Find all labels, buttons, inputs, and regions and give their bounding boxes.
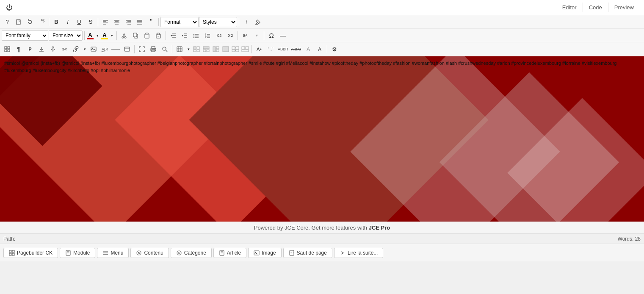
align-right-btn[interactable] (123, 17, 134, 28)
hr-btn[interactable]: — (277, 30, 288, 41)
indent-btn[interactable] (179, 30, 190, 41)
tab-preview[interactable]: Preview (608, 3, 640, 12)
table-op5[interactable] (231, 44, 240, 55)
font-larger-btn[interactable]: A+ (254, 44, 265, 55)
text-color2-btn[interactable]: A (303, 44, 314, 55)
subscript-btn[interactable]: X2 (213, 30, 224, 41)
copy-btn[interactable] (130, 30, 141, 41)
table-op1[interactable] (192, 44, 201, 55)
new-doc-btn[interactable] (13, 17, 24, 28)
saut-btn[interactable]: Saut de page (283, 248, 332, 258)
text-highlight-btn[interactable]: A (101, 32, 108, 39)
download-btn[interactable] (36, 44, 47, 55)
para-visible-btn[interactable]: ¶ (13, 44, 24, 55)
text-color3-btn[interactable]: A (314, 44, 325, 55)
link2-btn[interactable] (70, 44, 81, 55)
text-color-dd-btn[interactable]: ▾ (94, 30, 100, 41)
abbr-btn[interactable]: ABBR (276, 44, 290, 55)
fullscreen-btn[interactable] (136, 44, 147, 55)
image-bottom-btn[interactable]: Image (248, 248, 281, 258)
sep9 (264, 31, 264, 40)
svg-rect-95 (12, 253, 14, 255)
svg-rect-23 (133, 33, 137, 37)
pagebuilder-btn[interactable]: Pagebuilder CK (3, 248, 58, 258)
font-size-dec-btn[interactable]: ▾ (251, 30, 262, 41)
format-select[interactable]: Format Paragraph Heading 1 Heading 2 (160, 17, 199, 27)
table-dd-btn[interactable]: ▾ (185, 44, 191, 55)
tab-code[interactable]: Code (583, 3, 608, 12)
styles-select[interactable]: Styles (199, 17, 237, 27)
sep5 (84, 31, 85, 40)
table-op2[interactable] (202, 44, 211, 55)
hashtags-line1: #smlcol @smlcol (insta+fb) @smlcol (inst… (4, 60, 640, 74)
svg-rect-81 (216, 47, 219, 49)
anchor2-btn[interactable] (47, 44, 58, 55)
p-tag-btn[interactable]: P (25, 44, 36, 55)
svg-point-65 (155, 49, 155, 50)
editor-area[interactable]: #smlcol @smlcol (insta+fb) @smlcol (inst… (0, 56, 644, 222)
svg-rect-80 (213, 47, 216, 52)
svg-point-39 (193, 35, 194, 36)
text-color-btn[interactable]: A (87, 32, 94, 39)
clean-format-btn[interactable] (252, 17, 263, 28)
module-btn[interactable]: Module (60, 248, 95, 258)
table-op4[interactable] (221, 44, 230, 55)
align-center-btn[interactable] (111, 17, 122, 28)
table-op6[interactable] (240, 44, 250, 55)
align-justify-btn[interactable] (134, 17, 145, 28)
bold-btn[interactable]: B (51, 17, 62, 28)
outdent-btn[interactable] (168, 30, 179, 41)
text-highlight-dd-btn[interactable]: ▾ (109, 30, 115, 41)
list-dd-btn[interactable] (191, 30, 202, 41)
table-op3[interactable] (211, 44, 221, 55)
underline-btn[interactable]: U (74, 17, 85, 28)
align-left-btn[interactable] (100, 17, 111, 28)
menu-btn[interactable]: Menu (97, 248, 129, 258)
spellcheck-btn[interactable]: ABC (100, 44, 110, 55)
svg-rect-62 (152, 47, 155, 48)
paste-special-btn[interactable]: + (153, 30, 164, 41)
blockquote-btn[interactable]: " (146, 17, 157, 28)
font-family-select[interactable]: Font family (2, 31, 48, 41)
italic-btn[interactable]: I (62, 17, 73, 28)
help-btn[interactable]: ? (2, 17, 13, 28)
svg-rect-92 (9, 250, 11, 252)
editor-text-content[interactable]: #smlcol @smlcol (insta+fb) @smlcol (inst… (0, 56, 644, 77)
undo-btn[interactable] (25, 17, 36, 28)
settings-btn[interactable]: ⚙ (329, 44, 340, 55)
paste-btn[interactable] (141, 30, 152, 41)
link-dd2-btn[interactable]: ▾ (82, 44, 88, 55)
image2-btn[interactable] (88, 44, 99, 55)
tab-editor[interactable]: Editor (556, 3, 583, 12)
lire-btn[interactable]: Lire la suite... (334, 248, 383, 258)
find-btn[interactable] (159, 44, 170, 55)
toolbar-row-3: ¶ P ✄ ▾ ABC (0, 42, 644, 56)
abc-strikethrough-btn[interactable]: A.B.C (290, 44, 303, 55)
path-label: Path: (3, 236, 15, 242)
power-button[interactable]: ⏻ (4, 3, 14, 13)
cut-btn[interactable] (119, 30, 130, 41)
italic-clean-btn[interactable]: I (241, 17, 252, 28)
words-count: Words: 28 (618, 236, 641, 242)
article-btn[interactable]: Article (213, 248, 246, 258)
svg-rect-50 (8, 47, 10, 49)
svg-rect-78 (203, 50, 206, 52)
redo-btn[interactable] (36, 17, 47, 28)
print-btn[interactable] (148, 44, 159, 55)
quote2-btn[interactable]: ".." (265, 44, 276, 55)
superscript-btn[interactable]: X2 (225, 30, 236, 41)
font-size-inc-btn[interactable]: aA (240, 30, 251, 41)
table-btn[interactable] (174, 44, 185, 55)
show-blocks-btn[interactable] (2, 44, 13, 55)
jce-pro-link[interactable]: JCE Pro (369, 225, 390, 231)
olist-btn[interactable]: 1.2.3. (202, 30, 213, 41)
font-size-select[interactable]: Font size 8pt10pt12pt14pt (49, 31, 83, 41)
contenu-btn[interactable]: N Contenu (130, 248, 169, 258)
strikethrough-btn[interactable]: S (85, 17, 96, 28)
lire-label: Lire la suite... (348, 250, 378, 256)
scissors-btn[interactable]: ✄ (59, 44, 70, 55)
embed-btn[interactable] (122, 44, 133, 55)
categorie-btn[interactable]: N Catégorie (171, 248, 212, 258)
omega-btn[interactable]: Ω (266, 30, 277, 41)
hr2-btn[interactable] (110, 44, 121, 55)
